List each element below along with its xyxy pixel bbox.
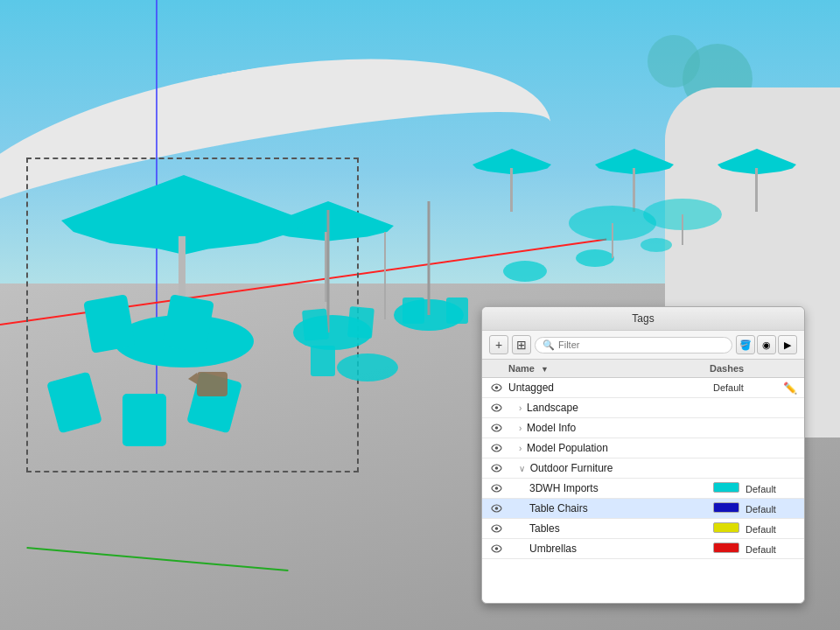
chair-5 bbox=[162, 294, 214, 354]
svg-point-27 bbox=[494, 527, 498, 530]
viewport: Tags + ⊞ 🔍 🪣 ◉ ▶ bbox=[0, 0, 840, 630]
tag-dashes-table-chairs: Default bbox=[713, 502, 783, 514]
expand-icon-model-info[interactable]: › bbox=[519, 424, 524, 433]
tag-name-table-chairs: Table Chairs bbox=[529, 502, 713, 514]
tag-name-untagged: Untagged bbox=[508, 382, 713, 394]
visibility-icon-outdoor-furniture[interactable] bbox=[489, 461, 503, 475]
svg-point-22 bbox=[494, 426, 498, 430]
svg-point-25 bbox=[494, 486, 498, 490]
umbrella-far-3 bbox=[718, 149, 796, 188]
add-tag-button[interactable]: + bbox=[489, 335, 508, 354]
panel-title: Tags bbox=[632, 312, 654, 325]
visibility-icon-umbrellas[interactable] bbox=[489, 542, 503, 556]
edit-btn-untagged[interactable]: ✏️ bbox=[783, 382, 797, 395]
tag-row-model-info[interactable]: › Model Info bbox=[482, 418, 804, 438]
tag-row-table-chairs[interactable]: Table Chairs Default bbox=[482, 499, 804, 519]
dashes-value-3dwh-imports: Default bbox=[746, 484, 776, 494]
tag-row-model-population[interactable]: › Model Population bbox=[482, 438, 804, 458]
tree-far-2 bbox=[648, 35, 700, 88]
tag-name-model-population: › Model Population bbox=[519, 442, 713, 454]
palette-icon: ◉ bbox=[762, 340, 771, 351]
tag-row-3dwh-imports[interactable]: 3DWH Imports Default bbox=[482, 479, 804, 499]
color-swatch-umbrellas[interactable] bbox=[713, 542, 739, 553]
tag-name-landscape: › Landscape bbox=[519, 402, 713, 414]
tag-label-tables: Tables bbox=[529, 522, 560, 535]
svg-point-26 bbox=[494, 507, 498, 510]
tag-name-3dwh-imports: 3DWH Imports bbox=[529, 482, 713, 494]
tag-name-tables: Tables bbox=[529, 522, 713, 535]
search-box: 🔍 bbox=[535, 337, 732, 354]
tag-label-table-chairs: Table Chairs bbox=[529, 502, 588, 514]
sort-arrow: ▼ bbox=[541, 365, 549, 374]
tag-name-outdoor-furniture: ∨ Outdoor Furniture bbox=[519, 462, 713, 474]
dashes-col-label: Dashes bbox=[710, 363, 744, 374]
color-swatch-table-chairs[interactable] bbox=[713, 502, 739, 513]
tag-row-untagged[interactable]: Untagged Default ✏️ bbox=[482, 378, 804, 398]
panel-title-bar: Tags bbox=[482, 307, 804, 331]
tag-label-outdoor-furniture: Outdoor Furniture bbox=[530, 462, 613, 474]
add-folder-button[interactable]: ⊞ bbox=[512, 335, 531, 354]
tag-row-umbrellas[interactable]: Umbrellas Default bbox=[482, 539, 804, 559]
visibility-icon-table-chairs[interactable] bbox=[489, 501, 503, 515]
tag-label-landscape: Landscape bbox=[527, 402, 578, 414]
chair-2 bbox=[122, 394, 166, 446]
umbrella-far-group bbox=[472, 149, 796, 188]
visibility-icon-3dwh-imports[interactable] bbox=[489, 481, 503, 495]
visibility-icon-landscape[interactable] bbox=[489, 401, 503, 415]
umbrella-medium-pole bbox=[325, 232, 329, 302]
tag-label-untagged: Untagged bbox=[508, 382, 554, 394]
arrow-icon: ▶ bbox=[784, 340, 791, 351]
visibility-icon-untagged[interactable] bbox=[489, 381, 503, 395]
tag-row-outdoor-furniture[interactable]: ∨ Outdoor Furniture bbox=[482, 458, 804, 479]
color-column-header bbox=[780, 363, 797, 374]
svg-point-24 bbox=[494, 466, 498, 470]
tags-panel: Tags + ⊞ 🔍 🪣 ◉ ▶ bbox=[481, 306, 805, 604]
tag-rows-container: Untagged Default ✏️ › Landscape bbox=[482, 378, 804, 559]
tag-dashes-untagged: Default bbox=[713, 382, 783, 393]
name-column-header[interactable]: Name ▼ bbox=[508, 363, 710, 374]
tag-dashes-tables: Default bbox=[713, 522, 783, 535]
umbrella-far-1 bbox=[472, 149, 551, 188]
search-input[interactable] bbox=[558, 340, 724, 350]
tag-label-3dwh-imports: 3DWH Imports bbox=[529, 482, 598, 494]
tag-name-umbrellas: Umbrellas bbox=[529, 542, 713, 555]
arrow-button[interactable]: ▶ bbox=[778, 335, 797, 354]
paint-icon: 🪣 bbox=[739, 340, 752, 351]
panel-column-headers: Name ▼ Dashes bbox=[482, 360, 804, 378]
umbrella-far-2-pole bbox=[633, 168, 635, 212]
plus-icon: + bbox=[495, 338, 502, 352]
svg-point-23 bbox=[494, 446, 498, 450]
tag-dashes-3dwh-imports: Default bbox=[713, 482, 783, 494]
panel-empty-area bbox=[482, 559, 804, 603]
umbrella-far-2 bbox=[595, 149, 674, 188]
tag-label-model-population: Model Population bbox=[527, 442, 608, 454]
panel-toolbar-right: 🪣 ◉ ▶ bbox=[736, 335, 797, 354]
name-col-label: Name bbox=[508, 363, 535, 374]
expand-icon-model-population[interactable]: › bbox=[519, 444, 524, 453]
paint-button[interactable]: 🪣 bbox=[736, 335, 755, 354]
dashes-value-untagged: Default bbox=[713, 382, 744, 393]
visibility-icon-model-info[interactable] bbox=[489, 421, 503, 435]
expand-icon-outdoor-furniture[interactable]: ∨ bbox=[519, 464, 528, 473]
tag-row-tables[interactable]: Tables Default bbox=[482, 519, 804, 539]
color-swatch-tables[interactable] bbox=[713, 522, 739, 533]
dashes-value-umbrellas: Default bbox=[746, 544, 776, 555]
search-icon: 🔍 bbox=[542, 340, 555, 351]
dashes-column-header[interactable]: Dashes bbox=[710, 363, 780, 374]
svg-point-20 bbox=[494, 386, 498, 389]
expand-icon-landscape[interactable]: › bbox=[519, 403, 524, 413]
tag-name-model-info: › Model Info bbox=[519, 422, 713, 434]
folder-icon: ⊞ bbox=[516, 338, 527, 352]
color-swatch-3dwh-imports[interactable] bbox=[713, 482, 739, 493]
tag-label-model-info: Model Info bbox=[527, 422, 576, 434]
dashes-value-table-chairs: Default bbox=[746, 504, 776, 514]
dashes-value-tables: Default bbox=[746, 524, 776, 535]
umbrella-far-1-pole bbox=[510, 168, 513, 212]
visibility-icon-model-population[interactable] bbox=[489, 441, 503, 455]
tag-label-umbrellas: Umbrellas bbox=[529, 542, 577, 555]
tag-row-landscape[interactable]: › Landscape bbox=[482, 398, 804, 418]
palette-button[interactable]: ◉ bbox=[757, 335, 776, 354]
panel-toolbar: + ⊞ 🔍 🪣 ◉ ▶ bbox=[482, 331, 804, 360]
visibility-icon-tables[interactable] bbox=[489, 522, 503, 536]
svg-point-28 bbox=[494, 547, 498, 550]
